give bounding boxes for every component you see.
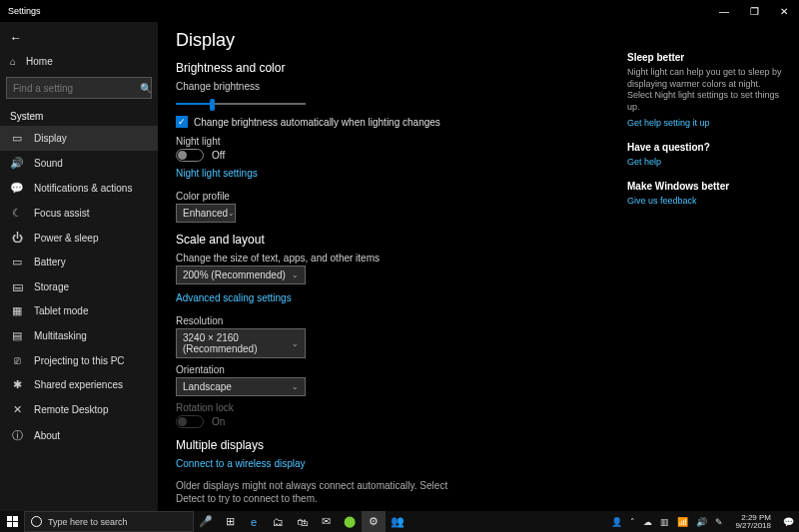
multitasking-icon: ▤ — [10, 329, 24, 342]
sidebar-group-label: System — [0, 107, 158, 126]
colorprofile-label: Color profile — [176, 191, 601, 202]
storage-icon: 🖴 — [10, 280, 24, 292]
tray-chevron-icon[interactable]: ˄ — [628, 517, 637, 527]
volume-icon[interactable]: 🔊 — [694, 517, 709, 527]
mic-icon[interactable]: 🎤 — [194, 511, 218, 532]
get-help-link[interactable]: Get help — [627, 157, 785, 167]
sidebar-item-storage[interactable]: 🖴Storage — [0, 274, 158, 298]
focus-assist-icon: ☾ — [10, 207, 24, 220]
scale-label: Change the size of text, apps, and other… — [176, 253, 601, 264]
sidebar-home[interactable]: ⌂ Home — [0, 50, 158, 73]
edge-icon[interactable]: e — [242, 511, 266, 532]
mail-icon[interactable]: ✉ — [314, 511, 338, 532]
sidebar-item-tablet[interactable]: ▦Tablet mode — [0, 298, 158, 323]
pen-icon[interactable]: ✎ — [713, 517, 725, 527]
taskbar-clock[interactable]: 2:29 PM 9/27/2018 — [729, 514, 777, 530]
feedback-link[interactable]: Give us feedback — [627, 196, 785, 206]
sidebar-item-about[interactable]: ⓘAbout — [0, 422, 158, 449]
orientation-label: Orientation — [176, 364, 601, 375]
settings-icon[interactable]: ⚙ — [362, 511, 386, 532]
display-icon: ▭ — [10, 132, 24, 145]
start-button[interactable] — [0, 511, 24, 532]
feedback-heading: Make Windows better — [627, 181, 785, 192]
sidebar-item-label: Sound — [34, 158, 63, 169]
system-tray[interactable]: 👤 ˄ ☁ ▥ 📶 🔊 ✎ — [605, 511, 729, 532]
maximize-button[interactable]: ❐ — [739, 0, 769, 22]
sidebar-item-sound[interactable]: 🔊Sound — [0, 151, 158, 176]
title-bar: Settings — ❐ ✕ — [0, 0, 799, 22]
wifi-icon[interactable]: 📶 — [675, 517, 690, 527]
sleep-link[interactable]: Get help setting it up — [627, 118, 785, 128]
sidebar-item-label: Tablet mode — [34, 305, 88, 316]
sidebar-item-power[interactable]: ⏻Power & sleep — [0, 226, 158, 250]
app-icon[interactable]: ⬤ — [338, 511, 362, 532]
home-label: Home — [26, 56, 53, 67]
shared-icon: ✱ — [10, 378, 24, 391]
brightness-slider[interactable] — [176, 96, 306, 112]
sidebar: ← ⌂ Home 🔍 System ▭Display🔊Sound💬Notific… — [0, 22, 158, 511]
svg-rect-0 — [7, 516, 12, 521]
sidebar-item-label: Power & sleep — [34, 233, 98, 244]
orientation-select[interactable]: Landscape⌄ — [176, 377, 306, 396]
chevron-down-icon: ⌄ — [292, 339, 299, 348]
sidebar-item-label: Notifications & actions — [34, 183, 132, 194]
explorer-icon[interactable]: 🗂 — [266, 511, 290, 532]
close-button[interactable]: ✕ — [769, 0, 799, 22]
section-brightness: Brightness and color — [176, 61, 601, 75]
svg-rect-2 — [7, 522, 12, 527]
main-content: Display Brightness and color Change brig… — [158, 22, 619, 511]
detect-text: Older displays might not always connect … — [176, 479, 475, 505]
sidebar-item-focus[interactable]: ☾Focus assist — [0, 201, 158, 226]
taskbar-search-placeholder: Type here to search — [48, 517, 128, 527]
brightness-label: Change brightness — [176, 81, 601, 92]
cortana-icon — [31, 516, 42, 527]
search-input[interactable] — [13, 83, 140, 94]
sidebar-item-notifications[interactable]: 💬Notifications & actions — [0, 176, 158, 201]
resolution-select[interactable]: 3240 × 2160 (Recommended)⌄ — [176, 328, 306, 358]
auto-brightness-checkbox[interactable]: ✓ — [176, 116, 188, 128]
search-icon: 🔍 — [140, 83, 152, 94]
window-title: Settings — [0, 6, 709, 16]
about-icon: ⓘ — [10, 428, 24, 443]
taskbar: Type here to search 🎤 ⊞ e 🗂 🛍 ✉ ⬤ ⚙ 👥 👤 … — [0, 511, 799, 532]
home-icon: ⌂ — [10, 56, 16, 67]
taskview-icon[interactable]: ⊞ — [218, 511, 242, 532]
battery-tray-icon[interactable]: ▥ — [658, 517, 671, 527]
sidebar-item-label: Multitasking — [34, 330, 87, 341]
store-icon[interactable]: 🛍 — [290, 511, 314, 532]
resolution-label: Resolution — [176, 315, 601, 326]
colorprofile-select[interactable]: Enhanced⌄ — [176, 204, 236, 223]
tablet-icon: ▦ — [10, 304, 24, 317]
teams-icon[interactable]: 👥 — [386, 511, 409, 532]
notifications-icon: 💬 — [10, 182, 24, 195]
sidebar-item-remote[interactable]: ✕Remote Desktop — [0, 397, 158, 422]
nightlight-toggle[interactable] — [176, 149, 204, 162]
action-center-icon[interactable]: 💬 — [777, 511, 799, 532]
people-icon[interactable]: 👤 — [609, 517, 624, 527]
sidebar-item-label: Storage — [34, 281, 69, 292]
rotation-state: On — [212, 416, 225, 427]
chevron-down-icon: ⌄ — [292, 270, 299, 279]
sidebar-item-display[interactable]: ▭Display — [0, 126, 158, 151]
sleep-text: Night light can help you get to sleep by… — [627, 67, 785, 114]
sidebar-item-label: About — [34, 430, 60, 441]
projecting-icon: ⎚ — [10, 354, 24, 366]
sidebar-item-multitasking[interactable]: ▤Multitasking — [0, 323, 158, 348]
section-multiple: Multiple displays — [176, 438, 601, 452]
sidebar-item-label: Display — [34, 133, 67, 144]
taskbar-search[interactable]: Type here to search — [24, 511, 194, 532]
onedrive-icon[interactable]: ☁ — [641, 517, 654, 527]
wireless-display-link[interactable]: Connect to a wireless display — [176, 458, 306, 469]
advanced-scaling-link[interactable]: Advanced scaling settings — [176, 292, 292, 303]
sidebar-search[interactable]: 🔍 — [6, 77, 152, 99]
sidebar-item-battery[interactable]: ▭Battery — [0, 250, 158, 274]
question-heading: Have a question? — [627, 142, 785, 153]
sidebar-item-projecting[interactable]: ⎚Projecting to this PC — [0, 348, 158, 372]
sidebar-item-shared[interactable]: ✱Shared experiences — [0, 372, 158, 397]
rotation-label: Rotation lock — [176, 402, 601, 413]
remote-icon: ✕ — [10, 403, 24, 416]
scale-select[interactable]: 200% (Recommended)⌄ — [176, 266, 306, 284]
nightlight-settings-link[interactable]: Night light settings — [176, 168, 258, 179]
back-arrow-icon[interactable]: ← — [0, 26, 158, 50]
minimize-button[interactable]: — — [709, 0, 739, 22]
